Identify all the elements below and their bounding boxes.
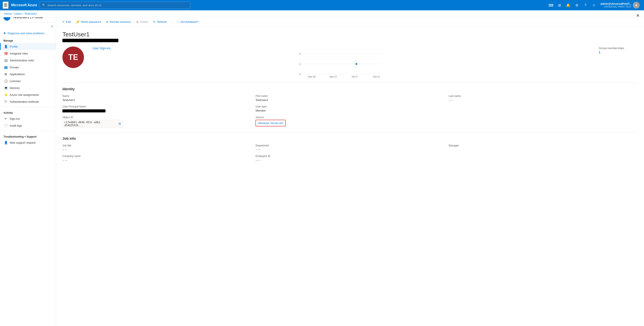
- sidebar-item-label-azure-roles: Azure role assignments: [10, 93, 39, 97]
- company-name-label: Company name: [62, 155, 251, 158]
- breadcrumb-home[interactable]: Home: [4, 12, 12, 15]
- object-id-value: c17ed691-d64b-453c-a8b2-d54b2552b...: [64, 121, 117, 127]
- assigned-roles-icon: 🎯: [4, 52, 8, 55]
- nav-icons: ⌨ ⊞ 🔔 ⚙ ? ☺ admin@UniversalPrintT... UNI…: [547, 1, 642, 10]
- object-id-label: Object ID: [62, 116, 251, 119]
- applications-icon: ⊞: [4, 72, 8, 76]
- job-info-field-grid: Job title -- -- Department -- -- Manager: [62, 144, 638, 162]
- redacted-upn-bar: [62, 39, 118, 42]
- svg-text:Sep 20: Sep 20: [308, 75, 316, 78]
- breadcrumb-users[interactable]: Users: [14, 12, 22, 15]
- devices-icon: 💻: [4, 86, 8, 90]
- close-button[interactable]: ✕: [636, 13, 640, 18]
- settings-button[interactable]: ⚙: [573, 1, 581, 9]
- revoke-icon: ⊘: [106, 20, 108, 24]
- refresh-button[interactable]: ↻ Refresh: [151, 19, 169, 25]
- sidebar-item-sign-ins[interactable]: ↩ Sign-ins: [0, 115, 56, 122]
- breadcrumb-current: TestUser1: [24, 12, 37, 15]
- chart-container: 4 2 0: [92, 52, 590, 78]
- notifications-button[interactable]: 🔔: [564, 1, 572, 9]
- svg-text:Oct 4: Oct 4: [352, 75, 357, 78]
- copy-object-id-button[interactable]: ⧉: [118, 122, 121, 126]
- delete-button[interactable]: 🗑 Delete: [134, 19, 150, 25]
- field-department: Department -- --: [256, 144, 444, 151]
- edit-button[interactable]: ✏ Edit: [60, 19, 73, 25]
- cloud-shell-button[interactable]: ⌨: [547, 1, 555, 9]
- svg-point-14: [356, 63, 357, 65]
- sidebar-item-label-applications: Applications: [10, 73, 25, 76]
- manager-label: Manager: [449, 144, 638, 147]
- sidebar-item-label-audit-logs: Audit logs: [10, 124, 22, 127]
- admin-units-icon: 🏢: [4, 59, 8, 62]
- sidebar-item-authentication-methods[interactable]: 🛡 Authentication methods: [0, 98, 56, 105]
- sidebar: 👤 TestUser1 | Profile « ✖ Diagnose and s…: [0, 10, 56, 326]
- delete-label: Delete: [140, 20, 148, 24]
- profile-title: TestUser1: [62, 31, 638, 38]
- sidebar-item-groups[interactable]: 👥 Groups: [0, 64, 56, 71]
- sidebar-item-label-devices: Devices: [10, 86, 20, 90]
- field-empty: [449, 105, 638, 112]
- edit-label: Edit: [66, 20, 71, 24]
- sidebar-item-administrative-units[interactable]: 🏢 Administrative units: [0, 57, 56, 64]
- user-account-menu[interactable]: admin@UniversalPrintT... UNIVERSAL PRINT…: [599, 1, 642, 10]
- sidebar-item-label-assigned-roles: Assigned roles: [10, 52, 28, 55]
- identity-section: Identity Name TestUser1 First name TestU…: [62, 83, 638, 132]
- reset-password-label: Reset password: [81, 20, 101, 24]
- menu-hamburger-button[interactable]: ☰: [2, 2, 8, 9]
- sign-ins-icon: ↩: [4, 117, 8, 120]
- feedback-button[interactable]: ☺: [590, 1, 598, 9]
- sidebar-item-label-support: New support request: [10, 141, 36, 144]
- sidebar-item-new-support-request[interactable]: 👤 New support request: [0, 139, 56, 146]
- groups-icon: 👥: [4, 66, 8, 69]
- sidebar-item-label-profile: Profile: [10, 45, 18, 48]
- sign-ins-chart: 4 2 0: [92, 52, 590, 78]
- app-body: 👤 TestUser1 | Profile « ✖ Diagnose and s…: [0, 10, 644, 326]
- identity-field-grid: Name TestUser1 First name TestUser1 Last…: [62, 95, 638, 128]
- action-bar-divider: [172, 20, 172, 24]
- sidebar-item-licenses[interactable]: 📋 Licenses: [0, 78, 56, 84]
- user-type-value: Member: [256, 109, 444, 112]
- last-name-value: -- --: [449, 98, 638, 102]
- svg-text:0: 0: [300, 73, 301, 75]
- last-name-label: Last name: [449, 95, 638, 98]
- sidebar-section-activity: Activity: [0, 109, 56, 115]
- breadcrumb: Home › Users › TestUser1: [0, 10, 644, 17]
- object-id-container: c17ed691-d64b-453c-a8b2-d54b2552b... ⧉: [62, 120, 123, 128]
- svg-text:Oct 11: Oct 11: [373, 75, 380, 78]
- employee-id-value: -- --: [256, 158, 444, 162]
- search-input[interactable]: [47, 4, 188, 7]
- field-first-name: First name TestUser1: [256, 95, 444, 102]
- refresh-label: Refresh: [157, 20, 167, 24]
- upn-value: [62, 109, 251, 112]
- sidebar-item-azure-role-assignments[interactable]: ⭐ Azure role assignments: [0, 91, 56, 98]
- revoke-sessions-button[interactable]: ⊘ Revoke sessions: [104, 19, 133, 25]
- field-last-name: Last name -- --: [449, 95, 638, 102]
- licenses-icon: 📋: [4, 79, 8, 83]
- group-memberships-count[interactable]: 1: [599, 51, 638, 54]
- user-tenant: UNIVERSAL PRINT TEST: [600, 6, 632, 8]
- sidebar-item-devices[interactable]: 💻 Devices: [0, 84, 56, 91]
- svg-text:2: 2: [300, 63, 301, 66]
- azure-roles-icon: ⭐: [4, 93, 8, 97]
- chart-title[interactable]: User Sign-ins: [92, 47, 590, 50]
- sidebar-item-assigned-roles[interactable]: 🎯 Assigned roles: [0, 50, 56, 57]
- portal-menu-button[interactable]: ⊞: [556, 1, 564, 9]
- top-nav: ☰ Microsoft Azure 🔍 ⌨ ⊞ 🔔 ⚙ ? ☺ admin@Un…: [0, 0, 644, 10]
- sidebar-item-applications[interactable]: ⊞ Applications: [0, 71, 56, 78]
- help-button[interactable]: ?: [582, 1, 589, 9]
- feedback-button-toolbar[interactable]: ♡ Got feedback?: [174, 19, 201, 25]
- sidebar-item-profile[interactable]: 👤 Profile: [0, 43, 56, 50]
- sidebar-item-audit-logs[interactable]: 📄 Audit logs: [0, 122, 56, 129]
- search-bar[interactable]: 🔍: [40, 2, 190, 9]
- field-source: Source Windows Server AD: [256, 116, 444, 128]
- name-value: TestUser1: [62, 98, 251, 102]
- profile-icon: 👤: [4, 45, 8, 48]
- revoke-sessions-label: Revoke sessions: [110, 20, 131, 24]
- reset-password-button[interactable]: 🔑 Reset password: [74, 19, 103, 25]
- job-info-section: Job info Job title -- -- Department -- -…: [62, 132, 638, 166]
- sidebar-item-diagnose[interactable]: ✖ Diagnose and solve problems: [0, 30, 56, 37]
- field-upn: User Principal Name: [62, 105, 251, 112]
- sidebar-collapse-button[interactable]: «: [50, 24, 54, 29]
- source-value[interactable]: Windows Server AD: [258, 121, 283, 125]
- action-bar: ✏ Edit 🔑 Reset password ⊘ Revoke session…: [56, 17, 644, 27]
